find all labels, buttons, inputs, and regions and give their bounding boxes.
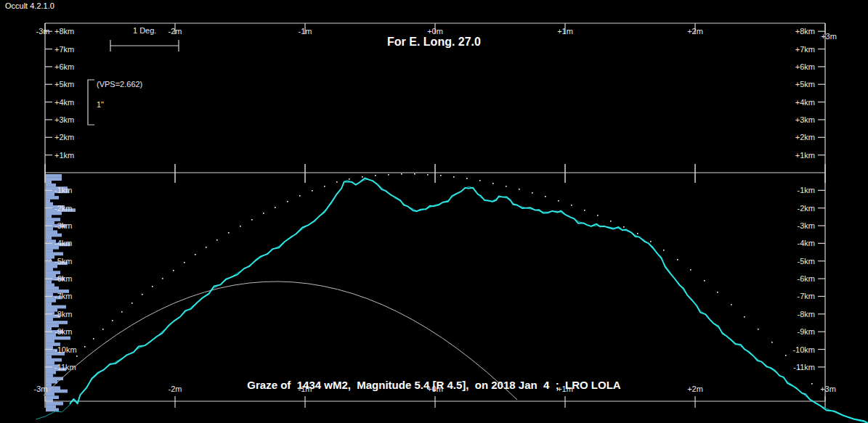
- histogram-bar: [46, 327, 52, 331]
- y-tick-label-left: -7km: [54, 292, 72, 300]
- x-tick-label-top: -2m: [169, 27, 182, 36]
- limb-datum-dot: [336, 181, 338, 183]
- y-tick-label-right: -2km: [798, 204, 815, 213]
- x-tick-label-top: +0m: [427, 27, 443, 36]
- histogram-bar: [46, 287, 59, 290]
- y-tick-label-left: +6km: [54, 62, 74, 71]
- limb-datum-dot: [744, 316, 745, 318]
- histogram-bar: [46, 402, 63, 406]
- limb-datum-dot: [206, 247, 207, 248]
- limb-datum-dot: [584, 210, 585, 211]
- limb-datum-dot: [93, 338, 94, 340]
- limb-datum-dot: [506, 186, 507, 187]
- y-tick-label-left: +5km: [54, 80, 74, 89]
- limb-datum-dot: [195, 254, 196, 255]
- chart-title: For E. Long. 27.0: [0, 36, 868, 49]
- limb-datum-dot: [299, 195, 301, 197]
- histogram-bar: [46, 318, 53, 321]
- limb-datum-dot: [173, 270, 174, 271]
- limb-datum-dot: [771, 342, 773, 343]
- y-tick-label-right: +4km: [795, 98, 815, 107]
- y-tick-label-right: -7km: [798, 292, 815, 300]
- histogram-bar: [46, 280, 52, 284]
- y-tick-label-left: -9km: [54, 327, 72, 336]
- y-tick-label-right: +5km: [795, 80, 815, 89]
- limb-datum-dot: [102, 329, 104, 330]
- limb-datum-dot: [362, 176, 363, 178]
- limb-datum-dot: [131, 303, 133, 304]
- histogram-bar: [46, 405, 56, 408]
- limb-datum-dot: [287, 201, 288, 202]
- limb-datum-dot: [76, 356, 78, 357]
- histogram-bar: [46, 346, 53, 350]
- limb-datum-dot: [375, 175, 376, 176]
- limb-datum-dot: [597, 215, 599, 216]
- histogram-bar: [46, 355, 52, 358]
- arcsec-scale-label: 1": [97, 100, 104, 109]
- limb-datum-dot: [758, 329, 759, 330]
- limb-datum-dot: [401, 173, 402, 175]
- limb-datum-dot: [532, 192, 533, 194]
- y-tick-label-right: -6km: [798, 274, 815, 283]
- limb-datum-dot: [731, 304, 732, 305]
- limb-datum-dot: [440, 175, 442, 176]
- histogram-bar: [46, 193, 54, 197]
- histogram-bar: [46, 227, 53, 231]
- limb-datum-dot: [663, 250, 665, 251]
- limb-datum-dot: [610, 221, 612, 222]
- y-tick-label-left: -1km: [54, 186, 72, 194]
- y-tick-label-right: -9km: [798, 327, 815, 336]
- x-tick-label-top: +2m: [687, 27, 703, 36]
- y-tick-label-right: -5km: [798, 257, 815, 266]
- limb-datum-dot: [121, 311, 123, 313]
- limb-datum-dot: [492, 183, 494, 184]
- limb-datum-dot: [637, 233, 638, 234]
- y-tick-label-right: -3km: [798, 221, 815, 230]
- limb-datum-dot: [388, 174, 389, 176]
- y-tick-label-left: -3km: [54, 221, 72, 230]
- graze-profile-chart: -3m-3m-2m-2m-1m-1m+0m+0m+1m+1m+2m+2m+3m+…: [0, 0, 868, 423]
- histogram-bar: [46, 252, 63, 256]
- histogram-bar: [46, 199, 50, 202]
- limb-datum-dot: [785, 355, 787, 356]
- limb-datum-dot: [240, 226, 241, 227]
- histogram-bar: [46, 408, 59, 412]
- y-tick-label-left: -6km: [54, 274, 72, 283]
- histogram-bar: [46, 292, 53, 296]
- histogram-bar: [46, 181, 52, 184]
- histogram-bar: [46, 230, 57, 234]
- y-tick-label-left: -5km: [54, 257, 72, 266]
- vps-label: (VPS=2.662): [97, 80, 142, 89]
- y-tick-label-left: -8km: [54, 310, 72, 319]
- histogram-bar: [46, 361, 54, 365]
- histogram-bar: [46, 202, 53, 206]
- histogram-bar: [46, 234, 62, 237]
- limb-datum-dot: [519, 189, 520, 190]
- y-tick-label-right: +6km: [795, 62, 815, 71]
- histogram-bar: [46, 255, 54, 259]
- histogram-bar: [46, 221, 54, 225]
- histogram-bar: [46, 237, 52, 240]
- y-tick-label-right: -1km: [798, 186, 815, 194]
- histogram-bar: [46, 337, 70, 340]
- limb-datum-dot: [112, 320, 113, 321]
- histogram-bar: [46, 305, 66, 309]
- y-tick-label-left: +1km: [54, 151, 74, 160]
- graze-caption: Graze of 1434 wM2, Magnitude 5.4 [R 4.5]…: [0, 379, 868, 391]
- histogram-bar: [46, 374, 53, 377]
- y-tick-label-left: +2km: [54, 133, 74, 141]
- y-tick-label-right: +8km: [795, 27, 815, 36]
- histogram-bar: [46, 196, 59, 200]
- y-tick-label-right: -8km: [798, 310, 815, 319]
- limb-datum-dot: [142, 294, 143, 295]
- limb-datum-dot: [798, 369, 800, 370]
- limb-datum-dot: [184, 262, 185, 263]
- histogram-bar: [46, 215, 52, 218]
- histogram-bar: [46, 395, 59, 399]
- limb-datum-dot: [152, 286, 153, 287]
- vps-arcsec-bracket: [88, 80, 94, 125]
- histogram-bar: [46, 358, 62, 362]
- histogram-bar: [46, 321, 68, 324]
- occult-graze-profile-window: -3m-3m-2m-2m-1m-1m+0m+0m+1m+1m+2m+2m+3m+…: [0, 0, 868, 423]
- histogram-bar: [46, 302, 52, 305]
